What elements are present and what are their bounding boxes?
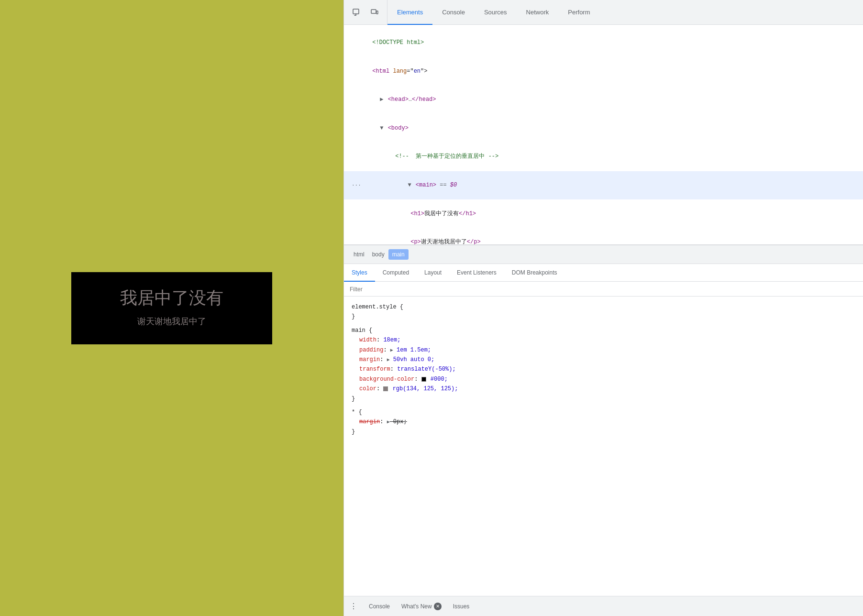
breadcrumb-main[interactable]: main (388, 249, 409, 260)
tab-console[interactable]: Console (432, 0, 475, 25)
toolbar-icons (344, 0, 387, 24)
tab-performance[interactable]: Perform (558, 0, 599, 25)
dom-line-comment: <!-- 第一种基于定位的垂直居中 --> (344, 143, 863, 171)
breadcrumb-body[interactable]: body (368, 249, 388, 260)
whats-new-close-button[interactable]: What's New ✕ (401, 603, 442, 610)
css-rule-main: main { width: 18em; padding: ▶ 1em 1.5em… (344, 324, 863, 406)
dom-line-html: <html lang="en"> (344, 57, 863, 86)
device-mode-icon-button[interactable] (368, 6, 381, 19)
tab-elements[interactable]: Elements (387, 0, 432, 25)
filter-input[interactable] (350, 286, 857, 293)
filter-bar (344, 282, 863, 297)
dom-line-h1[interactable]: <h1>我居中了没有</h1> (344, 199, 863, 228)
tab-dom-breakpoints[interactable]: DOM Breakpoints (504, 264, 565, 282)
breadcrumb-bar: html body main (344, 245, 863, 264)
preview-box: 我居中了没有 谢天谢地我居中了 (71, 272, 272, 344)
tab-network[interactable]: Network (517, 0, 559, 25)
dom-line-p[interactable]: <p>谢天谢地我居中了</p> (344, 228, 863, 245)
preview-heading: 我居中了没有 (90, 286, 253, 310)
tab-styles[interactable]: Styles (344, 264, 375, 282)
console-bar: ⋮ Console What's New ✕ Issues (344, 596, 863, 616)
svg-rect-2 (376, 11, 378, 14)
dom-line-main[interactable]: ··· ▼ <main> == $0 (344, 171, 863, 200)
svg-rect-1 (371, 10, 376, 13)
dom-line-doctype: <!DOCTYPE html> (344, 29, 863, 57)
console-tab-button[interactable]: Console (365, 601, 394, 612)
console-menu-icon[interactable]: ⋮ (350, 602, 357, 611)
styles-panel: Styles Computed Layout Event Listeners D… (344, 264, 863, 596)
css-rule-element-style: element.style { } (344, 300, 863, 324)
tab-sources[interactable]: Sources (475, 0, 517, 25)
tab-event-listeners[interactable]: Event Listeners (449, 264, 504, 282)
issues-tab-button[interactable]: Issues (449, 601, 474, 612)
preview-paragraph: 谢天谢地我居中了 (90, 316, 253, 327)
devtools-toolbar: Elements Console Sources Network Perform (344, 0, 863, 25)
dom-line-head[interactable]: ▶ <head>…</head> (344, 86, 863, 114)
dom-line-body[interactable]: ▼ <body> (344, 114, 863, 143)
close-icon[interactable]: ✕ (434, 603, 442, 610)
tab-layout[interactable]: Layout (417, 264, 449, 282)
preview-pane: 我居中了没有 谢天谢地我居中了 (0, 0, 343, 616)
color-swatch[interactable] (383, 386, 388, 391)
inspect-icon-button[interactable] (350, 6, 363, 19)
breadcrumb-html[interactable]: html (350, 249, 368, 260)
devtools-panel: Elements Console Sources Network Perform… (343, 0, 863, 616)
tab-computed[interactable]: Computed (375, 264, 417, 282)
devtools-tabs: Elements Console Sources Network Perform (387, 0, 863, 24)
svg-rect-0 (353, 9, 359, 14)
css-rules: element.style { } main { width: 18em; pa… (344, 297, 863, 596)
css-rule-star: * { margin: ▶ 0px; } (344, 406, 863, 439)
styles-tabs: Styles Computed Layout Event Listeners D… (344, 264, 863, 282)
bg-color-swatch[interactable] (421, 377, 426, 382)
whats-new-label: What's New (401, 603, 432, 610)
dom-panel: <!DOCTYPE html> <html lang="en"> ▶ <head… (344, 25, 863, 245)
